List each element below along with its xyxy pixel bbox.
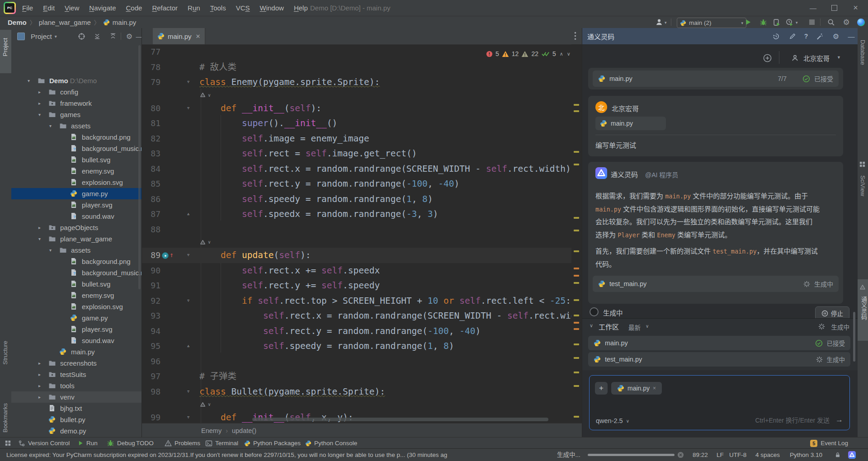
chat-input-box[interactable]: + main.py× qwen-2.5 ∨ Ctrl+Enter 换行/Ente… xyxy=(589,375,850,430)
line-number[interactable]: 77 xyxy=(142,44,160,60)
ai-actions-icon[interactable]: ∨ xyxy=(199,90,211,101)
run-configuration-select[interactable]: main (2) ▾ xyxy=(677,18,746,28)
gutter[interactable] xyxy=(160,222,199,237)
run-button[interactable] xyxy=(744,18,753,27)
sort-dropdown-icon[interactable]: ∨ xyxy=(646,324,649,329)
gutter[interactable]: ↑▿ xyxy=(160,248,199,263)
menu-refactor[interactable]: Refactor xyxy=(147,4,183,12)
settings-gear-icon[interactable]: ⚙ xyxy=(842,18,851,27)
model-selector[interactable]: qwen-2.5 ∨ xyxy=(596,417,629,424)
ai-settings-gear-icon[interactable]: ⚙ xyxy=(831,32,840,41)
breadcrumb-class[interactable]: Enemy xyxy=(201,427,222,434)
error-stripe-mark[interactable] xyxy=(574,343,579,345)
menu-view[interactable]: View xyxy=(60,4,84,12)
stripe-tab-structure[interactable]: Structure xyxy=(2,341,9,365)
menu-edit[interactable]: Edit xyxy=(38,4,60,12)
tree-item-sound-wav[interactable]: ?sound.wav xyxy=(11,335,142,346)
tree-item-background_music-mp3[interactable]: ?background_music.mp3 xyxy=(11,143,142,154)
tool-window-button-problems[interactable]: Problems xyxy=(165,437,200,449)
minimize-window-icon[interactable]: — xyxy=(802,0,824,15)
code-line[interactable]: 81 super().__init__() xyxy=(142,116,571,131)
tree-item-game-py[interactable]: game.py xyxy=(11,188,142,199)
tree-item-plane_war_game[interactable]: ▾plane_war_game xyxy=(11,233,142,245)
error-stripe-mark[interactable] xyxy=(574,322,579,324)
new-chat-icon[interactable] xyxy=(788,32,797,41)
users-icon[interactable] xyxy=(655,18,664,27)
tree-item-background_music-mp3[interactable]: ?background_music.mp3 xyxy=(11,267,142,278)
line-number[interactable]: 99 xyxy=(142,410,160,423)
code-line[interactable]: 77 xyxy=(142,44,571,60)
code-line[interactable]: 93 self.rect.x = random.randrange(SCREEN… xyxy=(142,308,571,324)
tool-window-button-terminal[interactable]: Terminal xyxy=(205,437,238,449)
chevron-right-icon[interactable]: ▸ xyxy=(38,222,41,233)
fold-expanded-icon[interactable]: ▿ xyxy=(187,75,190,90)
code-line[interactable]: 80▿ def __init__(self): xyxy=(142,101,571,116)
line-number[interactable]: 87 xyxy=(142,207,160,222)
code-line[interactable]: 85 self.rect.y = random.randrange(-100, … xyxy=(142,176,571,192)
gutter[interactable]: ▿ xyxy=(160,293,199,309)
workspace-sort[interactable]: 最新 xyxy=(628,323,641,332)
tree-item-framework[interactable]: ▸framework xyxy=(11,98,142,109)
code-line[interactable]: 95▵ self.speedy = random.randrange(1, 8) xyxy=(142,339,571,354)
line-number[interactable]: 96 xyxy=(142,354,160,369)
line-number[interactable]: 94 xyxy=(142,324,160,339)
error-stripe-mark[interactable] xyxy=(574,110,579,112)
gutter[interactable] xyxy=(160,161,199,177)
tree-item-assets[interactable]: ▾assets xyxy=(11,120,142,132)
line-number[interactable]: 90 xyxy=(142,263,160,278)
fold-expanded-icon[interactable]: ▿ xyxy=(187,410,190,423)
editor-tab-main-py[interactable]: main.py ✕ xyxy=(153,28,205,44)
line-number[interactable]: 78 xyxy=(142,60,160,75)
gutter[interactable] xyxy=(160,146,199,161)
account-name[interactable]: 北京宏哥 xyxy=(803,53,830,63)
chevron-right-icon[interactable]: ▸ xyxy=(38,98,41,109)
error-stripe-mark[interactable] xyxy=(574,217,579,219)
line-number[interactable]: 95 xyxy=(142,339,160,354)
gutter[interactable] xyxy=(160,278,199,293)
tree-item-venv[interactable]: ▸venv xyxy=(11,391,142,403)
tree-item-screenshots[interactable]: ▸screenshots xyxy=(11,358,142,369)
chevron-down-icon[interactable]: ▾ xyxy=(49,245,52,256)
gutter[interactable] xyxy=(160,176,199,192)
code-line[interactable]: 88 xyxy=(142,222,571,237)
menu-help[interactable]: Help xyxy=(289,4,313,12)
line-separator[interactable]: LF xyxy=(717,449,724,461)
editor-options-icon[interactable] xyxy=(574,32,576,40)
gutter[interactable] xyxy=(160,324,199,339)
stripe-tab-bookmarks[interactable]: Bookmarks xyxy=(2,403,9,433)
gutter[interactable]: ▿ xyxy=(160,384,199,400)
tree-item-bullet-svg[interactable]: bullet.svg xyxy=(11,278,142,290)
gutter[interactable] xyxy=(160,131,199,146)
code-line[interactable]: 96 xyxy=(142,354,571,369)
tool-window-button-debug[interactable]: Debug xyxy=(107,437,135,449)
close-window-icon[interactable]: × xyxy=(845,0,866,15)
tree-item-demo-py[interactable]: demo.py xyxy=(11,425,142,437)
editor-horizontal-scrollbar[interactable] xyxy=(252,418,548,421)
tree-item-player-svg[interactable]: player.svg xyxy=(11,324,142,335)
locate-file-icon[interactable] xyxy=(77,32,85,40)
tree-item-enemy-svg[interactable]: enemy.svg xyxy=(11,290,142,301)
code-line[interactable]: 89↑▿ def update(self): xyxy=(142,248,571,263)
code-line[interactable]: 83 self.rect = self.image.get_rect() xyxy=(142,146,571,161)
gutter[interactable] xyxy=(160,60,199,75)
menu-run[interactable]: Run xyxy=(183,4,205,12)
add-context-button[interactable]: + xyxy=(595,382,608,395)
tool-window-button-todo[interactable]: TODO xyxy=(136,437,154,449)
chevron-right-icon[interactable]: ▸ xyxy=(38,380,41,391)
error-stripe-mark[interactable] xyxy=(574,299,579,301)
lock-icon[interactable] xyxy=(835,452,841,461)
python-interpreter[interactable]: Python 3.10 xyxy=(790,449,822,461)
user-file-chip[interactable]: main.py xyxy=(595,117,666,130)
tree-item-main-py[interactable]: main.py xyxy=(11,346,142,358)
new-session-plus-icon[interactable] xyxy=(763,53,772,62)
error-stripe-mark[interactable] xyxy=(574,164,579,165)
error-stripe-mark[interactable] xyxy=(574,275,579,277)
line-number[interactable]: 82 xyxy=(142,131,160,146)
stripe-tab-database[interactable]: Database xyxy=(859,40,866,65)
code-line[interactable]: 97# 子弹类 xyxy=(142,369,571,384)
magic-wand-icon[interactable] xyxy=(815,32,824,41)
collapse-all-icon[interactable] xyxy=(109,32,117,40)
send-icon[interactable]: → xyxy=(835,415,843,424)
tree-item-sound-wav[interactable]: ?sound.wav xyxy=(11,211,142,222)
history-icon[interactable] xyxy=(771,32,780,41)
